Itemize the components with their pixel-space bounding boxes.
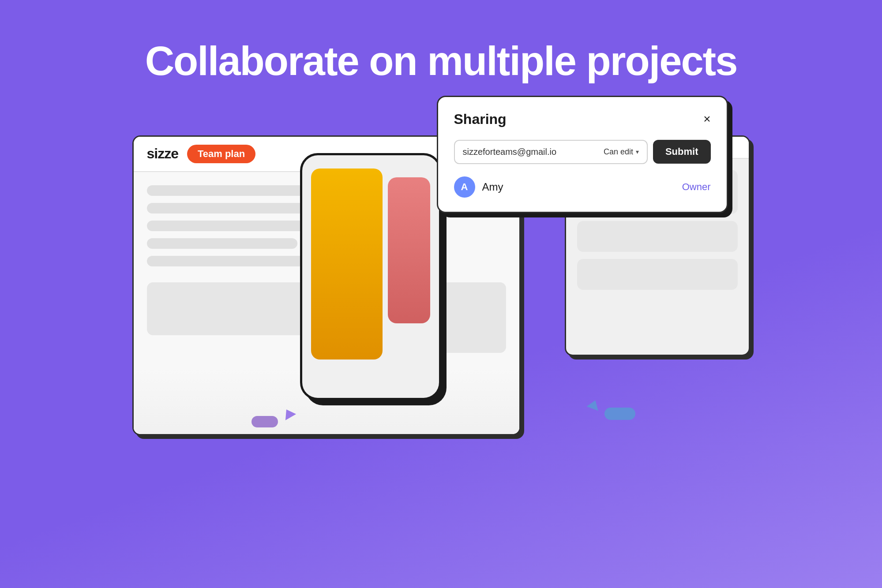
team-plan-badge: Team plan: [187, 145, 255, 163]
right-block-medium-1: [577, 221, 738, 252]
close-icon[interactable]: ×: [703, 113, 710, 125]
placeholder-bar-4: [147, 238, 298, 249]
user-info: A Amy: [454, 176, 503, 198]
email-input-container[interactable]: sizzeforteams@gmail.io Can edit ▾: [454, 140, 648, 164]
avatar: A: [454, 176, 475, 198]
pill-purple: [251, 416, 278, 427]
user-name: Amy: [482, 181, 503, 193]
sharing-user-row: A Amy Owner: [454, 176, 711, 198]
phone-yellow-block: [311, 169, 383, 360]
modal-header: Sharing ×: [454, 111, 711, 127]
phone-screen: [302, 155, 439, 398]
page-title: Collaborate on multiple projects: [145, 40, 737, 82]
permission-label: Can edit: [604, 147, 633, 157]
sharing-modal: Sharing × sizzeforteams@gmail.io Can edi…: [437, 96, 728, 213]
chevron-down-icon: ▾: [636, 148, 639, 155]
phone-salmon-block: [388, 177, 430, 324]
email-input[interactable]: sizzeforteams@gmail.io: [463, 147, 598, 157]
user-role: Owner: [682, 181, 711, 193]
submit-button[interactable]: Submit: [653, 140, 711, 164]
modal-title: Sharing: [454, 111, 507, 127]
cursor-blue-icon: [586, 398, 601, 410]
placeholder-block-1: [147, 282, 322, 335]
right-block-medium-2: [577, 259, 738, 290]
pill-blue: [604, 408, 635, 420]
sizze-logo: sizze: [147, 146, 178, 162]
phone-frame: [300, 153, 441, 400]
permission-dropdown[interactable]: Can edit ▾: [604, 147, 639, 157]
illustration-area: sizze Team plan: [132, 109, 750, 506]
sharing-input-row: sizzeforteams@gmail.io Can edit ▾ Submit: [454, 140, 711, 164]
